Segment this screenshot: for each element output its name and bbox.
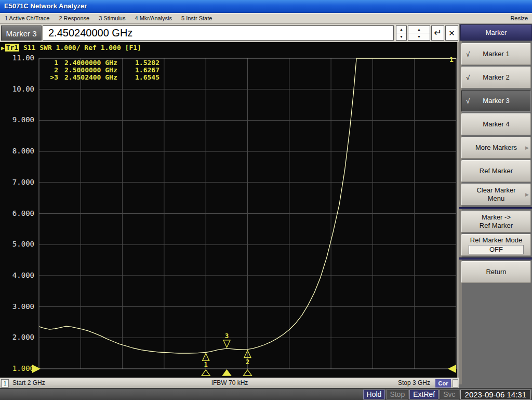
softkey-clear-marker-menu[interactable]: Clear MarkerMenu▶: [461, 184, 531, 205]
enter-icon: ↵: [434, 28, 442, 38]
marker-symbol: [223, 340, 230, 347]
menu-bar: 1 Active Ch/Trace2 Response3 Stimulus4 M…: [0, 13, 532, 24]
softkey-label: Marker 1: [483, 50, 509, 58]
taskbar-badge-extref[interactable]: ExtRef: [409, 390, 438, 399]
marker-stimulus-triangle: [202, 370, 210, 376]
spin-down-icon[interactable]: ▼: [408, 33, 430, 40]
entry-parameter-label: Marker 3: [1, 25, 42, 41]
ifbw-label: IFBW 70 kHz: [211, 378, 248, 388]
softkey-label: Marker 2: [483, 73, 509, 82]
reference-level-indicator-left: [32, 365, 41, 373]
check-icon: √: [466, 50, 470, 58]
spin-up-icon[interactable]: ▲: [396, 26, 406, 33]
taskbar-badge-hold[interactable]: Hold: [363, 390, 385, 399]
start-frequency-label: Start 2 GHz: [12, 378, 45, 388]
window-title: E5071C Network Analyzer: [4, 2, 87, 10]
softkey-label: Marker 3: [483, 97, 509, 105]
softkey-marker-ref-marker[interactable]: Marker ->Ref Marker: [461, 211, 531, 233]
softkey-sidebar: Marker √Marker 1√Marker 2√Marker 3Marker…: [459, 24, 532, 388]
close-icon: ✕: [448, 29, 455, 37]
menu-item-3-stimulus[interactable]: 3 Stimulus: [94, 14, 130, 23]
menu-item-1-active-ch-trace[interactable]: 1 Active Ch/Trace: [0, 14, 54, 23]
active-marker-stimulus-triangle: [223, 370, 231, 376]
menu-items: 1 Active Ch/Trace2 Response3 Stimulus4 M…: [0, 15, 217, 21]
softkey-return[interactable]: Return: [461, 261, 531, 283]
menu-item-2-response[interactable]: 2 Response: [54, 14, 94, 23]
plot-area: ▶Tr1 S11 SWR 1.000/ Ref 1.000 [F1] 11.00…: [0, 42, 459, 378]
softkey-marker-3[interactable]: √Marker 3: [461, 90, 531, 112]
taskbar-badge-svc[interactable]: Svc: [440, 390, 459, 399]
instrument-taskbar: HoldStopExtRefSvc2023-09-06 14:31: [0, 388, 532, 400]
correction-status-badge: Cor: [435, 379, 451, 388]
softkey-marker-2[interactable]: √Marker 2: [461, 67, 531, 88]
softkey-more-markers[interactable]: More Markers▶: [461, 137, 531, 159]
channel-number-box: 1: [1, 379, 9, 388]
swr-trace-plot: 1123: [0, 42, 459, 378]
taskbar-datetime: 2023-09-06 14:31: [460, 390, 531, 399]
softkey-label: Marker 4: [483, 120, 509, 128]
trace-end-number: 1: [449, 56, 454, 63]
softkey-marker-1[interactable]: √Marker 1: [461, 43, 531, 65]
marker-frequency-input[interactable]: 2.450240000 GHz: [43, 25, 394, 41]
marker-number-label: 1: [204, 361, 208, 368]
softkey-ref-marker[interactable]: Ref Marker: [461, 160, 531, 182]
submenu-arrow-icon: ▶: [525, 192, 529, 197]
resize-control[interactable]: Resize: [510, 14, 528, 23]
stop-frequency-label: Stop 3 GHz: [398, 378, 430, 388]
softkey-label: Clear MarkerMenu: [476, 186, 515, 203]
softkey-separator: [459, 207, 532, 209]
softkey-stack: √Marker 1√Marker 2√Marker 3Marker 4More …: [461, 43, 531, 285]
status-bar-end-box: [453, 379, 458, 388]
window-title-bar: E5071C Network Analyzer: [0, 0, 532, 13]
softkey-label: Ref Marker ModeOFF: [469, 236, 524, 254]
softkey-label: More Markers: [475, 144, 517, 152]
spin-down-icon[interactable]: ▼: [396, 33, 406, 40]
softkey-label: Ref Marker: [480, 167, 513, 175]
submenu-arrow-icon: ▶: [525, 145, 529, 150]
reference-level-indicator-right: [448, 365, 456, 373]
softkey-label: Marker ->Ref Marker: [480, 213, 513, 230]
taskbar-badge-stop[interactable]: Stop: [386, 390, 408, 399]
menu-item-4-mkr-analysis[interactable]: 4 Mkr/Analysis: [130, 14, 177, 23]
spin-up-icon[interactable]: ▲: [408, 26, 430, 33]
softkey-separator: [459, 257, 532, 260]
softkey-marker-4[interactable]: Marker 4: [461, 113, 531, 135]
check-icon: √: [466, 74, 470, 82]
menu-item-5-instr-state[interactable]: 5 Instr State: [177, 14, 217, 23]
softkey-menu-title: Marker: [460, 24, 532, 41]
check-icon: √: [466, 97, 470, 105]
marker-number-label: 3: [225, 332, 229, 340]
fine-stepper: ▲ ▼: [396, 25, 407, 41]
marker-stimulus-triangle: [244, 370, 252, 376]
entry-close-button[interactable]: ✕: [445, 25, 458, 41]
marker-number-label: 2: [246, 358, 249, 366]
channel-status-bar: 1 Start 2 GHz IFBW 70 kHz Stop 3 GHz Cor: [0, 378, 459, 388]
marker-entry-bar: Marker 3 2.450240000 GHz ▲ ▼ ▲ ▼ ↵ ✕: [0, 24, 459, 42]
taskbar-status-group: HoldStopExtRefSvc2023-09-06 14:31: [363, 390, 531, 399]
entry-enter-button[interactable]: ↵: [431, 25, 444, 41]
softkey-label: Return: [486, 268, 506, 276]
softkey-value: OFF: [469, 245, 524, 254]
softkey-ref-marker-mode[interactable]: Ref Marker ModeOFF: [461, 234, 531, 256]
coarse-stepper: ▲ ▼: [408, 25, 430, 41]
